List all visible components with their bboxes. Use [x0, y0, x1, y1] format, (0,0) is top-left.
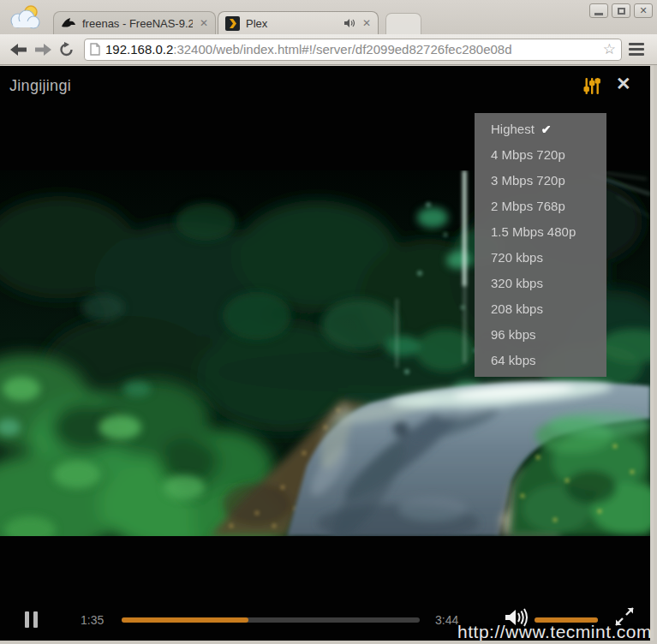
quality-option-1-5mbps[interactable]: 1.5 Mbps 480p	[475, 219, 606, 245]
url-text: 192.168.0.2:32400/web/index.html#!/serve…	[105, 42, 600, 57]
quality-settings-icon[interactable]	[582, 76, 602, 96]
quality-option-3mbps[interactable]: 3 Mbps 720p	[475, 168, 606, 194]
browser-titlebar: freenas - FreeNAS-9.2... ✕ Plex ✕ ✕	[0, 0, 657, 34]
check-icon: ✔	[541, 122, 552, 136]
window-maximize-button[interactable]	[612, 3, 630, 18]
tab-plex[interactable]: Plex ✕	[218, 11, 379, 34]
quality-option-64kbps[interactable]: 64 kbps	[475, 348, 606, 373]
back-arrow-icon	[10, 44, 27, 56]
window-controls: ✕	[589, 3, 653, 18]
bookmark-star-icon[interactable]: ☆	[603, 40, 616, 58]
quality-option-208kbps[interactable]: 208 kbps	[475, 296, 606, 322]
new-tab-button[interactable]	[385, 13, 421, 34]
total-duration: 3:44	[435, 613, 458, 627]
plex-icon	[225, 16, 240, 31]
window-minimize-button[interactable]	[589, 3, 608, 18]
url-host: 192.168.0.2	[105, 42, 173, 57]
quality-menu: Highest✔ 4 Mbps 720p 3 Mbps 720p 2 Mbps …	[475, 113, 606, 377]
url-path: :32400/web/index.html#!/server/df2099ed8…	[173, 42, 511, 57]
quality-option-720kbps[interactable]: 720 kbps	[475, 245, 606, 271]
reload-icon	[59, 42, 75, 57]
quality-option-highest[interactable]: Highest✔	[475, 116, 606, 142]
tab-freenas-label: freenas - FreeNAS-9.2...	[82, 17, 193, 30]
freenas-shark-icon	[61, 17, 76, 29]
watermark-text: http://www.tecmint.com	[457, 622, 650, 641]
seek-bar[interactable]	[122, 617, 420, 623]
quality-option-320kbps[interactable]: 320 kbps	[475, 271, 606, 296]
quality-option-2mbps[interactable]: 2 Mbps 768p	[475, 194, 606, 219]
forward-arrow-icon	[34, 44, 51, 56]
window-close-button[interactable]: ✕	[634, 3, 653, 18]
tab-audio-indicator-icon[interactable]	[344, 18, 355, 28]
page-icon	[90, 43, 100, 56]
tab-freenas[interactable]: freenas - FreeNAS-9.2... ✕	[53, 11, 216, 34]
tab-plex-label: Plex	[246, 17, 339, 30]
tab-plex-close-icon[interactable]: ✕	[362, 18, 371, 28]
seek-fill	[122, 617, 248, 623]
video-title: Jingijingi	[9, 77, 71, 95]
weather-applet-icon	[7, 4, 43, 31]
reload-button[interactable]	[55, 39, 79, 61]
browser-menu-button[interactable]	[629, 43, 644, 56]
pause-button[interactable]	[25, 611, 38, 628]
back-button[interactable]	[7, 39, 31, 61]
tab-freenas-close-icon[interactable]: ✕	[200, 18, 208, 28]
browser-window: freenas - FreeNAS-9.2... ✕ Plex ✕ ✕	[0, 0, 657, 644]
quality-option-4mbps[interactable]: 4 Mbps 720p	[475, 142, 606, 168]
elapsed-time: 1:35	[81, 613, 104, 627]
plex-player-page: Jingijingi ✕	[0, 66, 650, 641]
forward-button[interactable]	[31, 39, 55, 61]
quality-option-96kbps[interactable]: 96 kbps	[475, 322, 606, 348]
address-bar[interactable]: 192.168.0.2:32400/web/index.html#!/serve…	[84, 39, 622, 61]
browser-toolbar: 192.168.0.2:32400/web/index.html#!/serve…	[0, 34, 657, 65]
player-close-icon[interactable]: ✕	[616, 74, 631, 94]
